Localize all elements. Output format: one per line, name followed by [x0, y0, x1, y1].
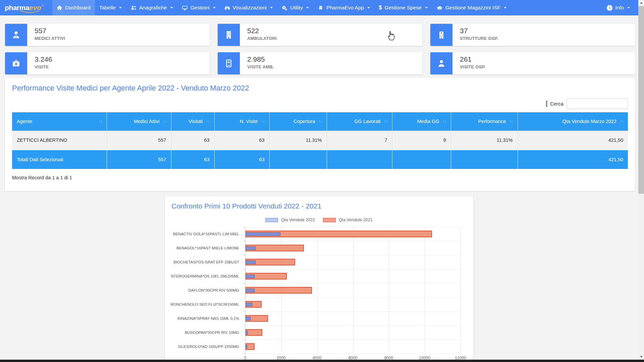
y-axis-tick: [244, 255, 246, 255]
table-search: Cerca: [546, 99, 628, 109]
top-navbar: pharma evo Dashboard Tabelle Anagrafiche…: [0, 0, 638, 15]
cell-qta-vendute: 421,50: [518, 131, 628, 150]
box-icon: [436, 5, 443, 11]
y-axis-tick: [244, 311, 246, 312]
chevron-down-icon: [119, 7, 122, 8]
chart-category-label: DAFLON*30CPR RIV 500MG: [165, 283, 243, 297]
chart-plot: [245, 227, 461, 354]
band-separator: [246, 354, 461, 354]
stat-cards-grid: 557 MEDICI ATTIVI 522 AMBULATORI 37 STRU…: [5, 24, 635, 74]
stat-card-strutture-osp[interactable]: 37 STRUTTURE OSP.: [430, 24, 635, 46]
totals-n-visite: 63: [214, 150, 269, 169]
chevron-down-icon: [425, 7, 428, 8]
column-header-visitati[interactable]: Visitati↑↓: [171, 112, 214, 131]
cell-gg-lavorati: 7: [327, 131, 392, 150]
legend-swatch: [265, 218, 278, 222]
gridline: [353, 227, 354, 354]
text-cursor-ibeam: [546, 101, 547, 107]
nav-item-tabelle[interactable]: Tabelle: [95, 0, 126, 15]
scrollbar-down-button[interactable]: [638, 354, 644, 360]
scrollbar-up-button[interactable]: [638, 0, 644, 6]
stat-card-medici-attivi[interactable]: 557 MEDICI ATTIVI: [5, 24, 210, 46]
android-icon: [318, 5, 324, 11]
performance-panel: Performance Visite Medici per Agente Apr…: [5, 78, 635, 191]
y-axis-tick: [244, 241, 246, 241]
column-header-performance[interactable]: Performance↑↓: [451, 112, 518, 131]
user-icon: [430, 52, 452, 74]
totals-visitati: 63: [171, 150, 214, 169]
column-header-gg-lavorati[interactable]: GG Lavorati↑↓: [327, 112, 392, 131]
chevron-down-icon: [170, 7, 173, 8]
bar-qta-vendute-2022: [246, 303, 252, 306]
column-header-medici-attivi[interactable]: Medici Attivi↑↓: [107, 112, 171, 131]
stat-value: 522: [247, 27, 277, 35]
nav-item-visualizzazioni[interactable]: Visualizzazioni: [220, 0, 277, 15]
chevron-down-icon: [627, 7, 630, 8]
cell-media-gg: 9: [392, 131, 451, 150]
nav-item-label: Info: [615, 5, 624, 11]
logo-swash-decoration: [19, 10, 40, 13]
bar-qta-vendute-2022: [246, 289, 255, 292]
bar-qta-vendute-2022: [246, 331, 248, 335]
column-header-agente[interactable]: Agente↑↓: [12, 112, 107, 131]
nav-item-utility[interactable]: Utility: [277, 0, 313, 15]
record-count-text: Mostra Record da 1 a 1 di 1: [12, 175, 72, 180]
column-header-qta-vendute[interactable]: Qta Vendute Marzo 2022↑↓: [518, 112, 628, 131]
totals-media-gg: [392, 150, 451, 169]
chart-panel: Confronto Primi 10 Prodotti Venduti 2022…: [164, 196, 474, 362]
nav-item-pharmaevo-app[interactable]: PharmaEvo App: [313, 0, 374, 15]
nav-item-dashboard[interactable]: Dashboard: [52, 0, 95, 15]
band-separator: [246, 297, 461, 298]
legend-item[interactable]: Qta Vendute 2022: [265, 218, 315, 222]
search-input[interactable]: [567, 99, 628, 109]
y-axis-tick: [244, 283, 246, 284]
table-header-row: Agente↑↓ Medici Attivi↑↓ Visitati↑↓ N. V…: [12, 112, 628, 131]
totals-copertura: [269, 150, 327, 169]
nav-item-gestione-magazzini-isf[interactable]: Gestione Magazzini ISF: [432, 0, 511, 15]
totals-label: Totali Dati Selezionati: [12, 150, 107, 169]
legend-item[interactable]: Qta Vendute 2021: [323, 218, 373, 222]
sort-icon: ↑↓: [384, 119, 387, 124]
sort-icon: ↑↓: [509, 119, 513, 124]
bar-qta-vendute-2022: [246, 275, 255, 278]
users-icon: [130, 5, 137, 11]
stat-card-ambulatori[interactable]: 522 AMBULATORI: [218, 24, 422, 46]
nav-item-info[interactable]: i Info: [602, 0, 634, 15]
nav-item-label: Tabelle: [99, 5, 116, 11]
sort-icon: ↑↓: [206, 119, 210, 124]
stat-label: AMBULATORI: [247, 36, 277, 41]
stat-card-visite-osp[interactable]: 261 VISITE OSP.: [430, 52, 635, 74]
triangle-up-icon: [640, 2, 643, 4]
triangle-down-icon: [640, 356, 643, 358]
band-separator: [246, 283, 461, 284]
band-separator: [246, 255, 461, 255]
column-header-n-visite[interactable]: N. Visite↑↓: [214, 112, 269, 131]
sort-icon: ↑↓: [163, 119, 166, 124]
nav-item-gestioni[interactable]: Gestioni: [177, 0, 220, 15]
table-row[interactable]: ZETTICCI ALBERTINO 557 63 63 11.31% 7 9 …: [12, 131, 628, 150]
hospital-icon: [430, 24, 452, 46]
column-header-copertura[interactable]: Copertura↑↓: [269, 112, 327, 131]
column-header-media-gg[interactable]: Media GG↑↓: [392, 112, 451, 131]
band-separator: [246, 269, 461, 269]
chart-category-labels: BENACTIV GOLA*16PASTL LIM MIELBENAGOL*16…: [165, 227, 243, 354]
nav-item-label: Dashboard: [65, 5, 91, 11]
stat-card-visite-amb[interactable]: 2.985 VISITE AMB.: [218, 52, 422, 74]
nav-item-anagrafiche[interactable]: Anagrafiche: [126, 0, 177, 15]
gridline: [389, 227, 389, 354]
chart-category-label: BENACTIV GOLA*16PASTL LIM MIEL: [165, 227, 243, 241]
vertical-scrollbar[interactable]: [638, 0, 644, 362]
scrollbar-thumb[interactable]: [638, 6, 644, 194]
nav-item-gestione-spese[interactable]: $ Gestione Spese: [374, 0, 432, 15]
app-logo[interactable]: pharma evo: [5, 4, 44, 12]
stat-card-visite[interactable]: 3.246 VISITE: [5, 52, 210, 74]
nav-item-label: Gestione Spese: [384, 5, 421, 11]
stat-label: STRUTTURE OSP.: [460, 36, 498, 41]
y-axis-tick: [244, 340, 246, 340]
sort-icon: ↑↓: [620, 119, 623, 124]
cell-medici-attivi: 557: [107, 131, 171, 150]
binoculars-icon: [224, 5, 230, 11]
taskbar-edge: [0, 360, 644, 362]
y-axis-tick: [244, 297, 246, 298]
chevron-down-icon: [213, 7, 216, 8]
